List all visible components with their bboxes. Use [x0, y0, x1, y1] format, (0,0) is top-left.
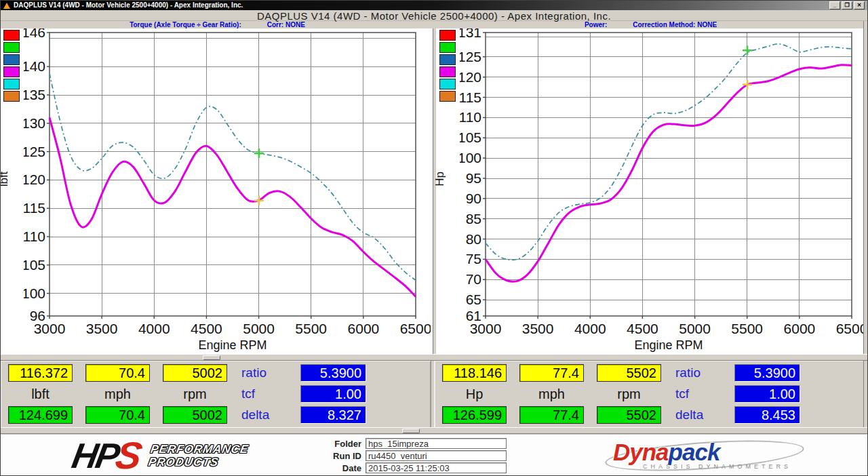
torque-chart-panel: lbft 14614013513012512011511010510096300…	[1, 28, 433, 354]
legend-swatch-cyan[interactable]	[439, 79, 456, 90]
speed-reference-value: 77.4	[519, 406, 584, 424]
svg-text:110: 110	[24, 229, 45, 244]
legend-swatch-orange[interactable]	[439, 91, 456, 102]
bottom-bar: HP S PERFORMANCE PRODUCTS Folder Run ID …	[1, 434, 867, 476]
legend-swatch-red[interactable]	[3, 30, 20, 41]
legend-swatch-cyan[interactable]	[3, 79, 20, 90]
svg-text:115: 115	[24, 200, 45, 216]
svg-text:135: 135	[24, 87, 45, 102]
dynapack-dyna-text: Dyna	[613, 439, 669, 465]
right-edge-strip	[863, 21, 867, 433]
ratio-value: 5.3900	[300, 364, 366, 382]
delta-label: delta	[674, 406, 722, 424]
titlebar-title: DAQPLUS V14 (4WD - Motor Vehicle 2500+40…	[14, 1, 243, 10]
legend-swatch-red[interactable]	[439, 30, 456, 41]
run-id-label: Run ID	[319, 451, 361, 461]
tcf-value: 1.00	[734, 385, 800, 403]
readout-tables-row: 116.372 70.4 5002 ratio 5.3900 lbft mph …	[1, 361, 865, 427]
torque-unit-label: lbft	[8, 385, 73, 403]
legend-swatch-orange[interactable]	[3, 91, 20, 102]
svg-text:95: 95	[466, 170, 481, 186]
torque-header-label: Torque (Axle Torque ÷ Gear Ratio):	[130, 21, 241, 28]
power-chart-svg: 1311251201151101051009590858075706561300…	[460, 28, 865, 353]
legend-swatch-green[interactable]	[3, 42, 20, 53]
minimize-button[interactable]: _	[829, 1, 840, 9]
torque-reference-value: 124.699	[8, 406, 73, 424]
power-correction-label: Correction Method: NONE	[633, 21, 717, 28]
run-id-input[interactable]	[366, 450, 507, 461]
torque-chart[interactable]: 1461401351301251201151101051009630003500…	[24, 28, 433, 354]
svg-text:131: 131	[460, 28, 481, 40]
tcf-value: 1.00	[300, 385, 366, 403]
window-titlebar[interactable]: DAQPLUS V14 (4WD - Motor Vehicle 2500+40…	[1, 1, 867, 10]
rpm-unit-label: rpm	[163, 385, 227, 403]
speed-reference-value: 70.4	[85, 406, 150, 424]
svg-text:75: 75	[466, 251, 481, 266]
power-header-label: Power:	[585, 21, 607, 28]
svg-text:105: 105	[460, 130, 481, 145]
current-run-torque-curve	[50, 117, 416, 296]
rpm-unit-label: rpm	[597, 385, 661, 403]
svg-text:65: 65	[466, 292, 481, 307]
svg-text:115: 115	[460, 90, 481, 105]
svg-text:125: 125	[24, 144, 45, 159]
splitter-handle[interactable]	[203, 355, 220, 360]
splitter-handle[interactable]	[402, 429, 420, 433]
date-input[interactable]	[366, 462, 507, 473]
ratio-label: ratio	[674, 364, 722, 382]
legend-swatch-blue[interactable]	[3, 54, 20, 65]
speed-cursor-value: 70.4	[85, 364, 150, 382]
svg-text:4500: 4500	[627, 321, 658, 336]
svg-text:3000: 3000	[470, 321, 502, 336]
svg-text:6000: 6000	[348, 321, 380, 336]
dynapack-logo-section: Dynapack CHASSIS DYNAMOMETERS	[543, 439, 867, 473]
svg-text:85: 85	[466, 211, 481, 226]
svg-text:146: 146	[24, 28, 45, 40]
power-legend: Hp	[437, 28, 460, 354]
svg-text:6500: 6500	[400, 321, 431, 336]
svg-text:3500: 3500	[86, 321, 118, 336]
svg-text:6000: 6000	[784, 321, 816, 336]
ratio-value: 5.3900	[734, 364, 800, 382]
svg-text:4500: 4500	[191, 321, 222, 336]
legend-swatch-magenta[interactable]	[3, 66, 20, 77]
legend-swatch-magenta[interactable]	[439, 66, 456, 77]
x-axis-title: Engine RPM	[198, 338, 267, 352]
rpm-cursor-value: 5502	[597, 364, 661, 382]
lbft-axis-label: lbft	[0, 172, 11, 187]
svg-text:4000: 4000	[138, 321, 170, 336]
power-chart[interactable]: 1311251201151101051009590858075706561300…	[460, 28, 865, 354]
close-button[interactable]: ✕	[854, 1, 865, 9]
dynapack-wordmark: Dynapack	[613, 439, 719, 466]
app-icon	[3, 3, 10, 9]
torque-chart-svg: 1461401351301251201151101051009630003500…	[24, 28, 431, 353]
charts-row: lbft 14614013513012512011511010510096300…	[1, 28, 865, 354]
svg-text:6500: 6500	[836, 321, 865, 336]
cursor-marker	[254, 148, 264, 158]
svg-text:120: 120	[24, 172, 45, 187]
hps-logo-s: S	[113, 439, 143, 472]
folder-input[interactable]	[366, 438, 507, 449]
page-title: DAQPLUS V14 (4WD - Motor Vehicle 2500+40…	[257, 10, 611, 22]
horizontal-splitter-top[interactable]	[1, 354, 867, 361]
restore-button[interactable]: ❐	[842, 1, 852, 9]
svg-text:140: 140	[24, 58, 45, 74]
torque-legend: lbft	[1, 28, 24, 354]
svg-text:3500: 3500	[522, 321, 554, 336]
delta-value: 8.453	[734, 406, 800, 424]
hp-axis-label: Hp	[433, 172, 447, 186]
svg-text:110: 110	[460, 109, 481, 125]
horizontal-splitter-bottom[interactable]	[1, 427, 867, 434]
date-field-row: Date	[319, 462, 543, 473]
hps-performance-text: PERFORMANCE	[150, 443, 250, 456]
svg-text:105: 105	[24, 257, 45, 273]
hps-logo-section: HP S PERFORMANCE PRODUCTS	[1, 439, 319, 472]
tcf-label: tcf	[240, 385, 288, 403]
legend-swatch-green[interactable]	[439, 42, 456, 53]
cursor-marker	[743, 45, 752, 55]
delta-value: 8.327	[300, 406, 366, 424]
svg-text:5500: 5500	[731, 321, 763, 336]
dynapack-logo: Dynapack CHASSIS DYNAMOMETERS	[604, 439, 807, 473]
legend-swatch-blue[interactable]	[439, 54, 456, 65]
power-cursor-value: 118.146	[442, 364, 507, 382]
